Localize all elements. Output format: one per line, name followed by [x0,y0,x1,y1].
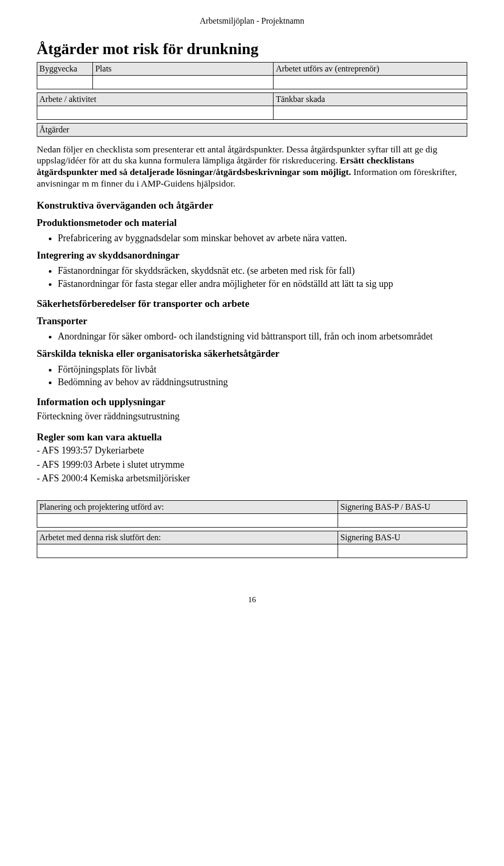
rule-line: - AFS 2000:4 Kemiska arbetsmiljörisker [37,472,467,484]
heading-integrering: Integrering av skyddsanordningar [37,250,467,262]
th-sign-basp-basu: Signering BAS-P / BAS-U [338,501,467,514]
cell-entreprenor[interactable] [274,75,467,89]
list-item: Fästanordningar för fasta stegar eller a… [58,278,467,290]
line-forteckning: Förteckning över räddningsutrustning [37,410,467,422]
cell-slutfort[interactable] [37,544,338,558]
cell-byggvecka[interactable] [37,75,93,89]
th-planering: Planering och projektering utförd av: [37,501,338,514]
th-byggvecka: Byggvecka [37,62,93,75]
cell-plats[interactable] [93,75,274,89]
cell-aktivitet[interactable] [37,106,274,119]
th-entreprenor: Arbetet utförs av (entreprenör) [274,62,467,75]
page-number: 16 [37,595,467,605]
cell-sign-basp-basu[interactable] [338,514,467,528]
heading-sakerhetsforberedelser: Säkerhetsförberedelser för transporter o… [37,297,467,310]
intro-paragraph: Nedan följer en checklista som presenter… [37,144,467,190]
table-signering-1: Planering och projektering utförd av: Si… [37,500,467,528]
list-sarskilda: Förtöjningsplats för livbåt Bedömning av… [37,364,467,389]
cell-sign-basu[interactable] [338,544,467,558]
heading-information: Information och upplysningar [37,396,467,408]
table-meta-2: Arbete / aktivitet Tänkbar skada [37,92,467,120]
list-produktionsmetoder: Prefabricering av byggnadsdelar som mins… [37,232,467,244]
heading-produktionsmetoder: Produktionsmetoder och material [37,217,467,229]
heading-transporter: Transporter [37,315,467,327]
table-signering-2: Arbetet med denna risk slutfört den: Sig… [37,531,467,558]
th-aktivitet: Arbete / aktivitet [37,92,274,106]
list-integrering: Fästanordningar för skyddsräcken, skydds… [37,265,467,290]
intro-text: Nedan följer en checklista som presenter… [37,144,457,189]
table-atgarder: Åtgärder [37,123,467,137]
th-plats: Plats [93,62,274,75]
list-item: Fästanordningar för skyddsräcken, skydds… [58,265,467,277]
cell-skada[interactable] [274,106,467,119]
list-item: Bedömning av behov av räddningsutrustnin… [58,376,467,388]
th-atgarder: Åtgärder [37,123,467,136]
cell-planering[interactable] [37,514,338,528]
table-meta-1: Byggvecka Plats Arbetet utförs av (entre… [37,62,467,89]
th-skada: Tänkbar skada [274,92,467,106]
th-slutfort: Arbetet med denna risk slutfört den: [37,531,338,544]
list-item: Prefabricering av byggnadsdelar som mins… [58,232,467,244]
list-item: Förtöjningsplats för livbåt [58,364,467,376]
page-title: Åtgärder mot risk för drunkning [37,39,467,59]
list-transporter: Anordningar för säker ombord- och ilands… [37,331,467,343]
rule-line: - AFS 1999:03 Arbete i slutet utrymme [37,458,467,471]
running-header: Arbetsmiljöplan - Projektnamn [37,16,467,26]
list-item: Anordningar för säker ombord- och ilands… [58,331,467,343]
th-sign-basu: Signering BAS-U [338,531,467,544]
heading-konstruktiva: Konstruktiva överväganden och åtgärder [37,199,467,212]
heading-regler: Regler som kan vara aktuella [37,431,467,444]
rule-line: - AFS 1993:57 Dykeriarbete [37,444,467,457]
heading-sarskilda: Särskilda tekniska eller organisatoriska… [37,348,467,360]
